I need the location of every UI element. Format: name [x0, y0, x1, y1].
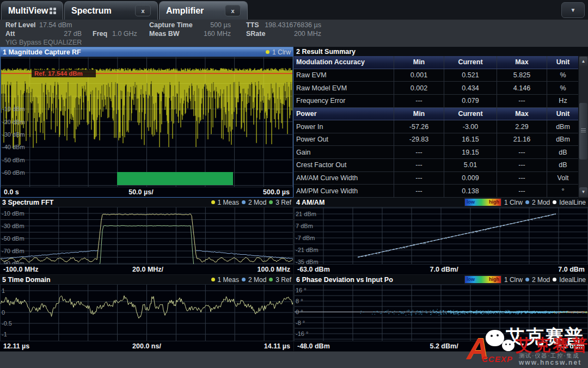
svg-text:-40 dBm: -40 dBm [2, 144, 25, 150]
svg-text:-50 dBm: -50 dBm [2, 157, 25, 163]
scrollbar[interactable]: ▲ ▼ [578, 56, 588, 198]
x-axis-start: -100.0 MHz [3, 266, 39, 273]
panel-title-bar[interactable]: 2 Result Summary [294, 47, 588, 56]
panel-title: 3 Spectrum FFT [2, 199, 53, 206]
am-am-plot[interactable]: 21 dBm7 dBm-7 dBm-21 dBm-35 dBm [294, 207, 588, 265]
svg-text:-10 dBm: -10 dBm [2, 210, 24, 217]
trace-label: 1 Clrw [504, 276, 523, 284]
tab-overflow-button[interactable]: ▼ [561, 2, 585, 18]
x-axis-scale: 7.0 dBm/ [430, 266, 458, 273]
trace-dot [269, 278, 273, 281]
chevron-down-icon: ▼ [571, 7, 576, 13]
trace-label: 2 Mod [532, 276, 550, 284]
multiview-grid-icon [50, 8, 56, 14]
svg-text:-30 dBm: -30 dBm [2, 131, 25, 138]
analyzer-screen: MultiView Spectrum x Amplifier x ▼ Ref L… [0, 0, 588, 368]
panel-title: 5 Time Domain [2, 276, 51, 284]
panel-title: 6 Phase Deviation vs Input Po [296, 276, 393, 284]
svg-text:-70 dBm: -70 dBm [2, 248, 24, 254]
spectrum-fft-plot[interactable]: -10 dBm-30 dBm-50 dBm-70 dBm-90 dBm [0, 207, 293, 265]
table-header-row: PowerMinCurrentMaxUnit [294, 108, 579, 121]
trace-dot [211, 278, 215, 281]
att-label: Att [5, 30, 15, 38]
panel-title: 1 Magnitude Capture RF [3, 48, 81, 56]
svg-text:21 dBm: 21 dBm [296, 211, 316, 217]
svg-text:-20 dBm: -20 dBm [2, 119, 25, 125]
svg-text:-16 °: -16 ° [296, 330, 308, 337]
svg-text:-60 dBm: -60 dBm [2, 169, 25, 176]
capture-time-value[interactable]: 500 µs [185, 21, 231, 29]
svg-text:-90 dBm: -90 dBm [2, 260, 24, 265]
panel-title-bar[interactable]: 3 Spectrum FFT 1 Meas2 Mod3 Ref [0, 198, 293, 207]
tab-multiview[interactable]: MultiView [1, 1, 63, 20]
svg-text:-30 dBm: -30 dBm [2, 223, 24, 229]
svg-text:-1: -1 [2, 331, 7, 338]
meas-bw-value[interactable]: 160 MHz [185, 30, 231, 38]
panel-title-bar[interactable]: 6 Phase Deviation vs Input Po lowhigh 1 … [294, 275, 588, 284]
bottom-strip [0, 352, 588, 368]
table-row: Frequency Error---0.079---Hz [294, 95, 579, 108]
x-axis-start: -63.0 dBm [297, 266, 330, 273]
trace-legend: 1 Clrw [266, 48, 291, 56]
svg-text:-21 dBm: -21 dBm [296, 247, 318, 253]
panel-title-bar[interactable]: 1 Magnitude Capture RF 1 Clrw [1, 47, 293, 57]
close-icon[interactable]: x [135, 5, 151, 16]
svg-text:-10 dBm: -10 dBm [2, 106, 25, 112]
trace-label: 1 Meas [218, 199, 239, 206]
scroll-down-icon[interactable]: ▼ [579, 187, 587, 197]
freq-value[interactable]: 1.0 GHz [112, 30, 137, 38]
panel-time-domain: 5 Time Domain 1 Meas2 Mod3 Ref 10-0.5-1 … [0, 275, 293, 351]
svg-text:-35 dBm: -35 dBm [296, 259, 318, 265]
ref-level-value[interactable]: 17.54 dBm [39, 21, 72, 29]
srate-value[interactable]: 200 MHz [256, 30, 321, 38]
tab-spectrum[interactable]: Spectrum x [64, 1, 158, 20]
x-axis: -100.0 MHz 20.0 MHz/ 100.0 MHz [0, 265, 293, 274]
time-domain-plot[interactable]: 10-0.5-1 [0, 284, 293, 341]
x-axis-end: 14.11 µs [264, 342, 290, 350]
svg-text:-50 dBm: -50 dBm [2, 235, 24, 242]
result-summary-table: Modulation AccuracyMinCurrentMaxUnitRaw … [294, 56, 588, 198]
close-icon[interactable]: x [225, 5, 241, 16]
trace-dot [553, 278, 556, 281]
panel-result-summary: 2 Result Summary Modulation AccuracyMinC… [294, 47, 588, 198]
scrollbar-thumb[interactable] [579, 103, 587, 160]
panel-title-bar[interactable]: 4 AM/AM lowhigh 1 Clrw 2 ModIdealLine [294, 198, 588, 207]
tab-amplifier[interactable]: Amplifier x [159, 1, 248, 20]
panel-spectrum-fft: 3 Spectrum FFT 1 Meas2 Mod3 Ref -10 dBm-… [0, 198, 293, 274]
panel-am-am: 4 AM/AM lowhigh 1 Clrw 2 ModIdealLine 21… [294, 198, 588, 274]
phase-deviation-plot[interactable]: 16 °8 °0 °-8 °-16 ° [294, 284, 588, 341]
table-header-row: Modulation AccuracyMinCurrentMaxUnit [294, 56, 579, 69]
x-axis-scale: 200.0 ns/ [132, 342, 161, 350]
table-row: Raw EVM0.0010.5215.825% [294, 69, 579, 82]
tab-label: Spectrum [71, 6, 112, 16]
table-row: AM/PM Curve Width---0.138---° [294, 185, 579, 198]
magnitude-plot[interactable]: Ref. 17.544 dBm-10 dBm-20 dBm-30 dBm-40 … [1, 57, 293, 187]
svg-text:8 °: 8 ° [296, 298, 303, 304]
trace-legend: lowhigh 1 Clrw 2 ModIdealLine [464, 275, 586, 284]
trace-dot [553, 200, 556, 204]
panel-title-bar[interactable]: 5 Time Domain 1 Meas2 Mod3 Ref [0, 275, 293, 284]
trace-dot [242, 278, 246, 281]
svg-text:1: 1 [2, 287, 5, 294]
svg-text:-0.5: -0.5 [2, 320, 12, 327]
tts-value[interactable]: 198.431676836 µs [256, 21, 321, 29]
yig-bypass-label: YIG Bypass EQUALIZER [5, 39, 82, 46]
trace-legend: 1 Meas2 Mod3 Ref [211, 276, 291, 284]
att-value[interactable]: 27 dB [49, 30, 82, 38]
meas-bw-label: Meas BW [149, 30, 180, 38]
scroll-up-icon[interactable]: ▲ [579, 57, 587, 66]
svg-text:-7 dBm: -7 dBm [296, 235, 315, 241]
trace-dot [525, 200, 529, 204]
table-row: AM/AM Curve Width---0.009---Volt [294, 172, 579, 185]
x-axis-scale: 5.2 dBm/ [430, 342, 458, 350]
density-gradient-legend: lowhigh [464, 198, 501, 206]
tab-bar: MultiView Spectrum x Amplifier x ▼ [0, 0, 588, 20]
x-axis: -48.0 dBm 5.2 dBm/ 4.0 dBm [294, 341, 588, 351]
svg-text:16 °: 16 ° [296, 287, 307, 293]
x-axis-end: 500.0 µs [263, 188, 290, 196]
tab-label: MultiView [8, 6, 48, 16]
trace-dot [525, 278, 529, 281]
table-row: Raw Model EVM0.0020.4344.146% [294, 82, 579, 95]
x-axis-start: -48.0 dBm [297, 342, 330, 350]
x-axis-end: 7.0 dBm [558, 266, 585, 273]
